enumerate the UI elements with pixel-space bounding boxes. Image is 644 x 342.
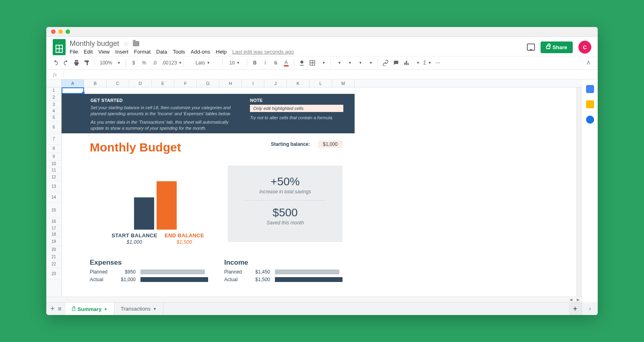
h-align-icon[interactable]: ▼ — [334, 58, 343, 67]
sheet-nav-arrows[interactable]: ◀▶ — [567, 297, 582, 302]
more-icon[interactable]: ⋯ — [433, 58, 442, 67]
row-header-12[interactable]: 12 — [46, 174, 61, 181]
wrap-icon[interactable]: ▼ — [355, 58, 364, 67]
column-header-L[interactable]: L — [310, 79, 332, 87]
row-header-22[interactable]: 22 — [46, 261, 61, 268]
minimize-window-button[interactable] — [58, 29, 63, 34]
font-size-select[interactable]: 10▼ — [226, 58, 244, 67]
fill-color-icon[interactable] — [297, 58, 306, 67]
account-avatar[interactable]: C — [578, 41, 591, 54]
paint-format-icon[interactable] — [83, 58, 91, 67]
column-header-E[interactable]: E — [152, 79, 174, 87]
column-header-I[interactable]: I — [242, 79, 264, 87]
comments-icon[interactable] — [527, 44, 535, 51]
row-header-9[interactable]: 9 — [46, 153, 61, 161]
tab-summary[interactable]: Summary ▼ — [66, 303, 114, 315]
formula-input[interactable] — [64, 70, 598, 79]
row-header-13[interactable]: 13 — [46, 181, 61, 192]
column-header-K[interactable]: K — [287, 79, 310, 87]
calendar-addon-icon[interactable] — [586, 85, 594, 93]
redo-icon[interactable] — [62, 58, 70, 67]
row-header-10[interactable]: 10 — [46, 161, 61, 167]
comment-icon[interactable] — [392, 58, 400, 67]
row-header-1[interactable]: 1 — [46, 87, 61, 94]
tasks-addon-icon[interactable] — [586, 116, 594, 124]
add-sheet-button[interactable]: + — [50, 305, 55, 313]
row-header-4[interactable]: 4 — [46, 108, 61, 114]
column-header-M[interactable]: M — [332, 79, 355, 87]
v-align-icon[interactable]: ▼ — [345, 58, 353, 67]
row-header-14[interactable]: 14 — [46, 192, 61, 203]
strike-icon[interactable]: S — [271, 58, 280, 67]
column-header-C[interactable]: C — [107, 79, 129, 87]
row-header-21[interactable]: 21 — [46, 253, 61, 261]
row-header-5[interactable]: 5 — [46, 114, 61, 121]
menu-tools[interactable]: Tools — [173, 49, 185, 55]
row-header-6[interactable]: 6 — [46, 121, 61, 133]
row-header-2[interactable]: 2 — [46, 94, 61, 101]
select-all-corner[interactable] — [46, 79, 62, 87]
print-icon[interactable] — [72, 58, 81, 67]
row-header-7[interactable]: 7 — [46, 133, 61, 145]
font-select[interactable]: Lato▼ — [187, 58, 219, 67]
star-icon[interactable]: ☆ — [123, 40, 129, 48]
row-header-19[interactable]: 19 — [46, 237, 61, 246]
row-header-20[interactable]: 20 — [46, 246, 61, 253]
share-button[interactable]: Share — [541, 41, 573, 53]
vertical-scrollbar[interactable] — [576, 87, 582, 296]
menu-edit[interactable]: Edit — [84, 49, 93, 55]
menu-file[interactable]: File — [70, 49, 78, 55]
side-panel-toggle[interactable]: › — [582, 302, 598, 315]
row-header-11[interactable]: 11 — [46, 167, 61, 174]
column-header-D[interactable]: D — [129, 79, 152, 87]
menu-format[interactable]: Format — [134, 49, 151, 55]
row-header-8[interactable]: 8 — [46, 145, 61, 153]
column-header-H[interactable]: H — [219, 79, 242, 87]
bold-icon[interactable]: B — [250, 58, 259, 67]
chart-icon[interactable] — [402, 58, 411, 67]
decrease-decimal-icon[interactable]: .0 — [150, 58, 159, 67]
italic-icon[interactable]: I — [261, 58, 270, 67]
menu-view[interactable]: View — [98, 49, 109, 55]
percent-icon[interactable]: % — [140, 58, 149, 67]
column-header-B[interactable]: B — [84, 79, 107, 87]
row-header-17[interactable]: 17 — [46, 225, 61, 232]
maximize-window-button[interactable] — [66, 29, 70, 34]
all-sheets-button[interactable]: ≡ — [58, 305, 62, 313]
row-header-18[interactable]: 18 — [46, 232, 61, 237]
sheets-logo-icon[interactable] — [53, 39, 66, 55]
menu-insert[interactable]: Insert — [115, 49, 128, 55]
row-header-23[interactable]: 23 — [46, 268, 61, 280]
increase-decimal-icon[interactable]: .00 — [161, 58, 169, 67]
text-color-icon[interactable]: A — [282, 58, 291, 67]
zoom-select[interactable]: 100%▼ — [98, 58, 122, 67]
more-formats-select[interactable]: 123▼ — [171, 58, 180, 67]
undo-icon[interactable] — [51, 58, 60, 67]
starting-balance-value[interactable]: $1,000 — [318, 141, 343, 148]
move-folder-icon[interactable] — [133, 41, 139, 46]
rotate-icon[interactable]: ▼ — [365, 58, 374, 67]
active-cell-A1[interactable] — [62, 87, 84, 94]
currency-icon[interactable]: $ — [129, 58, 138, 67]
document-title[interactable]: Monthly budget — [70, 39, 119, 48]
row-header-3[interactable]: 3 — [46, 101, 61, 108]
column-header-G[interactable]: G — [197, 79, 219, 87]
functions-icon[interactable]: Σ▼ — [423, 58, 432, 67]
borders-icon[interactable] — [308, 58, 317, 67]
close-window-button[interactable] — [51, 29, 56, 34]
sheet-canvas[interactable]: GET STARTED Set your starting balance in… — [62, 87, 576, 296]
keep-addon-icon[interactable] — [586, 100, 594, 108]
menu-data[interactable]: Data — [156, 49, 167, 55]
merge-icon[interactable]: ▼ — [318, 58, 327, 67]
explore-button[interactable] — [569, 303, 582, 315]
tab-transactions[interactable]: Transactions ▼ — [114, 303, 163, 315]
menu-addons[interactable]: Add-ons — [191, 49, 210, 55]
column-header-J[interactable]: J — [264, 79, 287, 87]
row-header-16[interactable]: 16 — [46, 218, 61, 225]
column-header-A[interactable]: A — [62, 79, 84, 87]
last-edit-link[interactable]: Last edit was seconds ago — [232, 49, 294, 55]
collapse-toolbar-icon[interactable]: ᐱ — [584, 58, 593, 67]
link-icon[interactable] — [381, 58, 390, 67]
column-header-F[interactable]: F — [174, 79, 197, 87]
menu-help[interactable]: Help — [216, 49, 227, 55]
